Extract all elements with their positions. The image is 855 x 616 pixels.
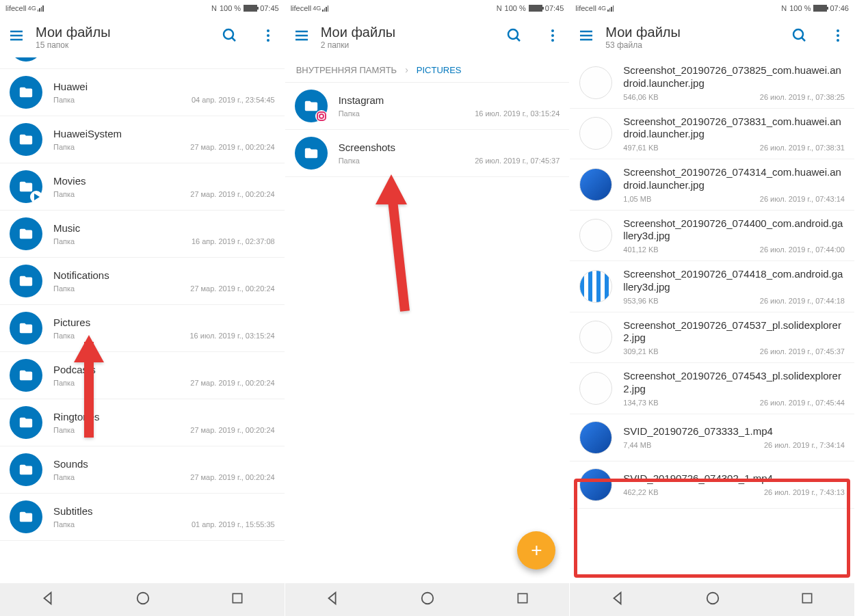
list-item[interactable]: HuaweiПапка04 апр. 2019 г., 23:54:45	[0, 69, 285, 116]
folder-icon	[10, 312, 42, 345]
breadcrumb-root[interactable]: ВНУТРЕННЯЯ ПАМЯТЬ	[296, 65, 397, 75]
list-item[interactable]: Screenshot_20190726_074418_com.android.g…	[570, 261, 854, 312]
back-button[interactable]	[325, 591, 340, 608]
list-item[interactable]: SVID_20190726_074302_1.mp4462,22 KB26 ию…	[570, 461, 854, 509]
breadcrumb-current[interactable]: PICTURES	[417, 65, 462, 75]
phone-1: lifecell4G N100 %07:45 Мои файлы 15 папо…	[0, 0, 285, 616]
list-item[interactable]: ScreenshotsПапка26 июл. 2019 г., 07:45:3…	[285, 130, 570, 177]
folder-icon	[10, 406, 42, 439]
item-meta: 7,44 MB26 июл. 2019 г., 7:34:14	[623, 441, 845, 449]
item-meta: 309,21 KB26 июл. 2019 г., 07:45:37	[623, 347, 845, 356]
breadcrumb[interactable]: ВНУТРЕННЯЯ ПАМЯТЬ › PICTURES	[285, 57, 570, 83]
svg-point-2	[267, 34, 269, 37]
menu-button[interactable]	[8, 27, 25, 46]
status-bar: lifecell4G N100 %07:45	[285, 0, 570, 16]
svg-rect-21	[803, 593, 812, 602]
folder-icon	[10, 359, 42, 392]
nfc-icon: N	[781, 4, 787, 12]
list-item[interactable]: PodcastsПапка27 мар. 2019 г., 00:20:24	[0, 352, 285, 399]
item-body: HuaweiSystemПапка27 мар. 2019 г., 00:20:…	[53, 128, 275, 152]
recent-button[interactable]	[800, 591, 814, 608]
list-item[interactable]: —Папка26 июл. 2019 г., 07:43:40	[0, 57, 285, 69]
item-title: Podcasts	[53, 364, 275, 377]
list-item[interactable]: HuaweiSystemПапка27 мар. 2019 г., 00:20:…	[0, 116, 285, 163]
recent-button[interactable]	[516, 591, 529, 608]
item-title: Pictures	[53, 317, 275, 330]
item-body: Screenshot_20190726_073831_com.huawei.an…	[623, 116, 845, 152]
svg-point-5	[137, 593, 149, 604]
list-item[interactable]: NotificationsПапка27 мар. 2019 г., 00:20…	[0, 258, 285, 305]
signal-icon	[322, 5, 328, 12]
item-meta: 953,96 KB26 июл. 2019 г., 07:44:18	[623, 297, 845, 305]
list-item[interactable]: SoundsПапка27 мар. 2019 г., 00:20:24	[0, 446, 285, 494]
more-button[interactable]	[260, 27, 276, 46]
item-meta: Папка27 мар. 2019 г., 00:20:24	[53, 426, 275, 434]
list-item[interactable]: Screenshot_20190726_073825_com.huawei.an…	[570, 57, 854, 109]
list-item[interactable]: Screenshot_20190726_074314_com.huawei.an…	[570, 159, 854, 211]
list-item[interactable]: Screenshot_20190726_074400_com.android.g…	[570, 211, 854, 262]
item-body: RingtonesПапка27 мар. 2019 г., 00:20:24	[53, 411, 275, 435]
search-button[interactable]	[222, 27, 238, 46]
item-meta: 401,12 KB26 июл. 2019 г., 07:44:00	[623, 245, 845, 254]
list-item[interactable]: MoviesПапка27 мар. 2019 г., 00:20:24	[0, 163, 285, 211]
back-button[interactable]	[610, 591, 625, 608]
more-button[interactable]	[544, 27, 561, 46]
item-body: SVID_20190726_073333_1.mp47,44 MB26 июл.…	[623, 425, 845, 449]
home-button[interactable]	[705, 591, 720, 608]
item-meta: Папка16 июл. 2019 г., 03:15:24	[53, 332, 275, 340]
nav-bar	[0, 583, 285, 616]
item-meta: Папка01 апр. 2019 г., 15:55:35	[53, 520, 275, 528]
home-button[interactable]	[135, 591, 150, 608]
page-subtitle: 2 папки	[321, 40, 485, 50]
item-title: Instagram	[339, 94, 560, 107]
item-title: Screenshot_20190726_074400_com.android.g…	[623, 217, 845, 243]
item-body: MusicПапка16 апр. 2019 г., 02:37:08	[53, 222, 275, 246]
list-item[interactable]: RingtonesПапка27 мар. 2019 г., 00:20:24	[0, 399, 285, 446]
file-list[interactable]: InstagramПапка16 июл. 2019 г., 03:15:24S…	[285, 83, 570, 583]
list-item[interactable]: MusicПапка16 апр. 2019 г., 02:37:08	[0, 211, 285, 258]
list-item[interactable]: SVID_20190726_073333_1.mp47,44 MB26 июл.…	[570, 414, 854, 461]
list-item[interactable]: Screenshot_20190726_074543_pl.solidexplo…	[570, 363, 854, 414]
list-item[interactable]: Screenshot_20190726_074537_pl.solidexplo…	[570, 312, 854, 364]
item-meta: Папка27 мар. 2019 г., 00:20:24	[53, 379, 275, 387]
item-title: Screenshot_20190726_073831_com.huawei.an…	[623, 116, 845, 142]
folder-icon	[10, 57, 42, 62]
network-label: 4G	[28, 5, 36, 12]
signal-icon	[38, 5, 44, 12]
home-button[interactable]	[420, 591, 435, 608]
file-list[interactable]: Screenshot_20190726_073825_com.huawei.an…	[570, 57, 854, 583]
svg-point-8	[551, 29, 554, 32]
search-button[interactable]	[506, 27, 523, 46]
thumbnail-icon	[579, 372, 612, 405]
item-body: Screenshot_20190726_074400_com.android.g…	[623, 217, 845, 254]
list-item[interactable]: PicturesПапка16 июл. 2019 г., 03:15:24	[0, 305, 285, 352]
more-button[interactable]	[830, 27, 846, 46]
svg-point-18	[837, 34, 839, 37]
file-list[interactable]: —Папка26 июл. 2019 г., 07:43:40HuaweiПап…	[0, 57, 285, 583]
menu-button[interactable]	[293, 27, 310, 46]
item-title: Huawei	[53, 81, 275, 94]
carrier-label: lifecell	[5, 4, 27, 12]
item-title: SVID_20190726_074302_1.mp4	[623, 472, 845, 485]
back-button[interactable]	[40, 591, 55, 608]
carrier-label: lifecell	[575, 4, 596, 12]
menu-button[interactable]	[578, 27, 594, 46]
app-bar: Мои файлы 15 папок	[0, 16, 285, 57]
add-button[interactable]: +	[517, 531, 555, 570]
battery-label: 100 %	[789, 4, 811, 12]
recent-button[interactable]	[231, 591, 244, 608]
folder-icon	[10, 170, 42, 203]
item-title: Music	[53, 222, 275, 235]
item-body: InstagramПапка16 июл. 2019 г., 03:15:24	[339, 94, 560, 118]
nav-bar	[285, 583, 570, 616]
item-meta: Папка27 мар. 2019 г., 00:20:24	[53, 190, 275, 198]
folder-icon	[10, 217, 42, 250]
search-button[interactable]	[791, 27, 808, 46]
page-subtitle: 15 папок	[36, 40, 200, 50]
list-item[interactable]: Screenshot_20190726_073831_com.huawei.an…	[570, 109, 854, 160]
page-title: Мои файлы	[605, 25, 770, 40]
list-item[interactable]: InstagramПапка16 июл. 2019 г., 03:15:24	[285, 83, 570, 130]
item-body: HuaweiПапка04 апр. 2019 г., 23:54:45	[53, 81, 275, 105]
list-item[interactable]: SubtitlesПапка01 апр. 2019 г., 15:55:35	[0, 494, 285, 541]
title-block: Мои файлы 53 файла	[605, 25, 770, 50]
